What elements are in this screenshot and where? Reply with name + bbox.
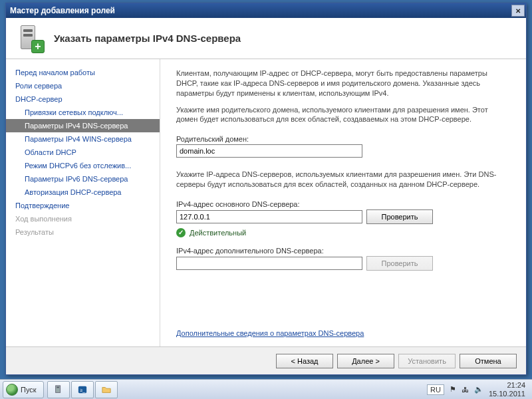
intro-text-2: Укажите имя родительского домена, исполь…: [176, 105, 510, 125]
sidebar-item-9[interactable]: Авторизация DHCP-сервера: [6, 186, 160, 199]
page-title: Указать параметры IPv4 DNS-сервера: [54, 33, 241, 44]
server-manager-icon: [54, 385, 63, 394]
secondary-dns-input[interactable]: [176, 257, 362, 270]
check-icon: ✓: [176, 228, 186, 237]
taskbar-app-powershell[interactable]: ≥_: [71, 381, 94, 398]
taskbar: Пуск ≥_ RU ⚑ 🖧 🔈 21:24 15.10.2011: [0, 379, 532, 399]
titlebar: Мастер добавления ролей ✕: [6, 3, 526, 18]
system-tray: RU ⚑ 🖧 🔈 21:24 15.10.2011: [427, 381, 529, 397]
sidebar-item-2[interactable]: DHCP-сервер: [6, 92, 160, 106]
taskbar-app-explorer[interactable]: [95, 381, 118, 398]
primary-dns-label: IPv4-адрес основного DNS-сервера:: [176, 200, 510, 208]
sidebar-item-1[interactable]: Роли сервера: [6, 79, 160, 92]
svg-rect-1: [57, 386, 59, 388]
parent-domain-label: Родительский домен:: [176, 135, 510, 143]
folder-icon: [102, 385, 111, 394]
secondary-dns-label: IPv4-адрес дополнительного DNS-сервера:: [176, 247, 510, 255]
sidebar-item-11: Ход выполнения: [6, 212, 160, 225]
close-icon: ✕: [515, 7, 521, 15]
cancel-button[interactable]: Отмена: [460, 354, 517, 368]
wizard-content: Клиентам, получающим IP-адрес от DHCP-се…: [160, 59, 526, 346]
language-indicator[interactable]: RU: [427, 384, 444, 395]
sidebar-item-5[interactable]: Параметры IPv4 WINS-сервера: [6, 132, 160, 146]
start-orb-icon: [6, 384, 18, 396]
tray-flag-icon[interactable]: ⚑: [450, 385, 456, 394]
sidebar-item-8[interactable]: Параметры IPv6 DNS-сервера: [6, 172, 160, 186]
tray-network-icon[interactable]: 🖧: [462, 386, 469, 394]
window-title: Мастер добавления ролей: [10, 6, 115, 15]
intro-text-1: Клиентам, получающим IP-адрес от DHCP-се…: [176, 68, 510, 98]
tray-date: 15.10.2011: [489, 390, 525, 398]
back-button[interactable]: < Назад: [276, 354, 333, 368]
svg-rect-0: [55, 385, 60, 392]
sidebar-item-4[interactable]: Параметры IPv4 DNS-сервера: [6, 119, 160, 132]
verify-primary-button[interactable]: Проверить: [366, 209, 433, 224]
parent-domain-input[interactable]: [176, 144, 362, 158]
sidebar-item-0[interactable]: Перед началом работы: [6, 66, 160, 79]
sidebar-item-3[interactable]: Привязки сетевых подключ...: [6, 106, 160, 119]
wizard-header-icon: +: [17, 24, 46, 53]
intro-text-3: Укажите IP-адреса DNS-серверов, использу…: [176, 170, 510, 190]
svg-text:≥_: ≥_: [80, 387, 85, 392]
valid-label: Действительный: [190, 229, 246, 237]
sidebar-item-6[interactable]: Области DHCP: [6, 146, 160, 159]
primary-dns-status: ✓ Действительный: [176, 228, 510, 237]
plus-icon: +: [31, 40, 45, 53]
wizard-sidebar: Перед началом работыРоли сервераDHCP-сер…: [6, 59, 160, 346]
taskbar-app-server-manager[interactable]: [47, 381, 70, 398]
sidebar-item-7[interactable]: Режим DHCPv6 без отслежив...: [6, 159, 160, 172]
start-button[interactable]: Пуск: [3, 381, 44, 398]
start-label: Пуск: [21, 386, 37, 394]
next-button[interactable]: Далее >: [337, 354, 394, 368]
tray-clock[interactable]: 21:24 15.10.2011: [489, 381, 525, 397]
wizard-header: + Указать параметры IPv4 DNS-сервера: [6, 18, 526, 59]
wizard-window: Мастер добавления ролей ✕ + Указать пара…: [5, 3, 527, 375]
powershell-icon: ≥_: [78, 385, 87, 394]
primary-dns-input[interactable]: [176, 210, 362, 223]
verify-secondary-button: Проверить: [366, 256, 433, 271]
more-info-link[interactable]: Дополнительные сведения о параметрах DNS…: [176, 329, 510, 337]
sidebar-item-10[interactable]: Подтверждение: [6, 199, 160, 212]
sidebar-item-12: Результаты: [6, 225, 160, 239]
close-button[interactable]: ✕: [511, 5, 525, 17]
install-button: Установить: [398, 354, 456, 368]
tray-sound-icon[interactable]: 🔈: [474, 385, 483, 394]
wizard-footer: < Назад Далее > Установить Отмена: [6, 346, 526, 374]
tray-time: 21:24: [489, 381, 525, 389]
